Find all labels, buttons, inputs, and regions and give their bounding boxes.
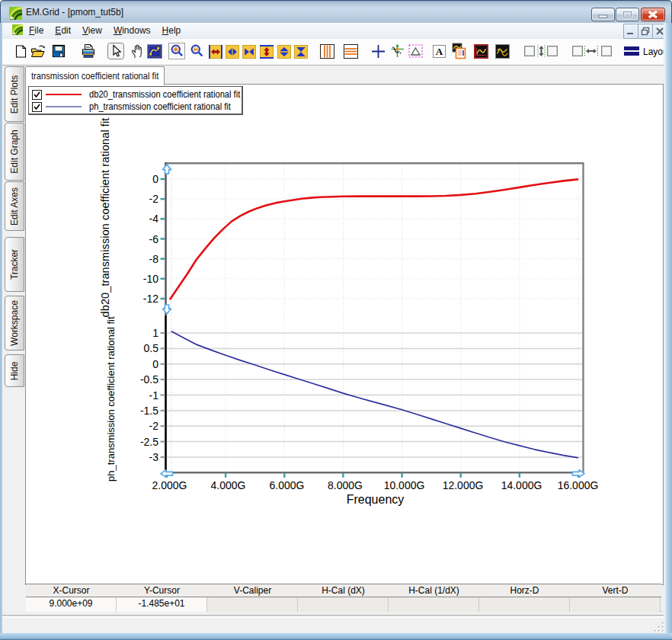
svg-text:0: 0 — [152, 358, 158, 370]
svg-text:-2: -2 — [149, 193, 159, 205]
svg-text:-12: -12 — [143, 293, 158, 305]
svg-text:0.5: 0.5 — [144, 342, 159, 354]
svg-text:db20_transmission coefficient: db20_transmission coefficient rational f… — [99, 118, 111, 318]
svg-text:4.000G: 4.000G — [211, 479, 246, 491]
svg-text:-0.5: -0.5 — [140, 373, 158, 386]
svg-text:0: 0 — [152, 173, 158, 185]
svg-text:12.000G: 12.000G — [443, 479, 484, 491]
svg-text:-3: -3 — [149, 451, 159, 463]
svg-text:Frequency: Frequency — [347, 493, 405, 506]
svg-text:-10: -10 — [143, 273, 158, 285]
svg-text:ph_transmission coefficient ra: ph_transmission coefficient rational fit — [106, 316, 117, 482]
svg-text:-1: -1 — [149, 389, 159, 402]
svg-text:-4: -4 — [149, 213, 159, 225]
svg-text:6.000G: 6.000G — [270, 479, 305, 491]
svg-text:-2: -2 — [149, 420, 159, 432]
svg-text:14.000G: 14.000G — [501, 479, 542, 491]
svg-text:1: 1 — [152, 327, 158, 339]
svg-text:8.000G: 8.000G — [328, 479, 363, 491]
svg-text:-6: -6 — [149, 233, 159, 245]
svg-text:-8: -8 — [149, 253, 159, 265]
svg-text:-1.5: -1.5 — [140, 405, 158, 417]
svg-text:-2.5: -2.5 — [140, 436, 158, 448]
svg-text:10.000G: 10.000G — [384, 479, 425, 491]
svg-text:2.000G: 2.000G — [152, 479, 187, 491]
svg-text:16.000G: 16.000G — [558, 479, 599, 491]
